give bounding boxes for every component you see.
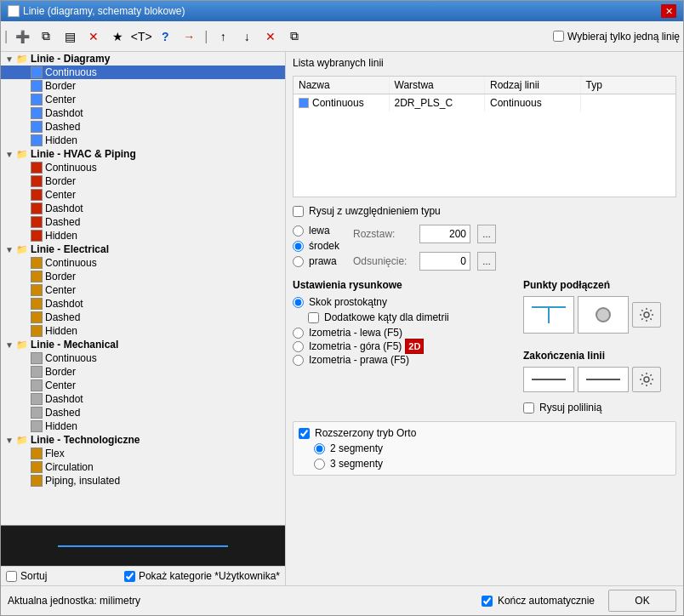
expand-icon-diagramy[interactable]: ▼	[3, 54, 16, 64]
rozstaw-btn[interactable]: …	[477, 225, 496, 243]
tree-item-hidden-d[interactable]: Hidden	[1, 134, 285, 147]
group-technologiczne[interactable]: ▼ 📁 Linie - Technologiczne	[1, 433, 285, 447]
item-label-dashed-d: Dashed	[45, 121, 80, 133]
tree-item-continuous-diagramy[interactable]: Continuous	[1, 66, 285, 79]
group-mechanical[interactable]: ▼ 📁 Linie - Mechanical	[1, 338, 285, 351]
single-line-checkbox-label[interactable]: Wybieraj tylko jedną linię	[553, 31, 680, 43]
tree-item-center-h[interactable]: Center	[1, 188, 285, 202]
tree-item-border-h[interactable]: Border	[1, 174, 285, 188]
tree-item-border-m[interactable]: Border	[1, 365, 285, 379]
radio-skok[interactable]: Skok prostokątny	[293, 296, 515, 308]
expand-icon-electrical[interactable]: ▼	[3, 245, 16, 254]
polilinia-row[interactable]: Rysuj polilinią	[523, 402, 676, 414]
radio-izom-gora-input[interactable]	[293, 341, 304, 352]
list-row[interactable]: Continuous 2DR_PLS_C Continuous	[294, 94, 675, 111]
ortho-checkbox[interactable]	[299, 428, 310, 439]
tree-item-dashdot-m[interactable]: Dashdot	[1, 392, 285, 406]
dodatkowe-checkbox[interactable]	[308, 312, 319, 323]
tree-item-center-m[interactable]: Center	[1, 379, 285, 392]
konczy-row[interactable]: Kończ automatycznie	[482, 595, 595, 607]
sort-checkbox[interactable]	[6, 571, 17, 582]
tree-item-dashdot-d[interactable]: Dashdot	[1, 106, 285, 120]
tree-item-dashdot-h[interactable]: Dashdot	[1, 202, 285, 215]
alignment-group: lewa środek prawa	[293, 225, 339, 267]
radio-2seg-input[interactable]	[314, 443, 325, 454]
odsun-input[interactable]	[419, 252, 470, 271]
conn-settings-btn[interactable]	[632, 302, 661, 328]
up-button[interactable]: ↑	[212, 26, 234, 48]
tree-item-center-e[interactable]: Center	[1, 283, 285, 297]
text-button[interactable]: <T>	[130, 26, 152, 48]
radio-lewa[interactable]: lewa	[293, 225, 339, 237]
tree-item-continuous-m[interactable]: Continuous	[1, 351, 285, 365]
star-button[interactable]: ★	[106, 26, 128, 48]
down-button[interactable]: ↓	[236, 26, 258, 48]
radio-prawa-input[interactable]	[293, 256, 304, 267]
radio-lewa-input[interactable]	[293, 225, 304, 237]
close-button[interactable]: ✕	[661, 4, 676, 18]
tree-item-continuous-h[interactable]: Continuous	[1, 161, 285, 174]
list-button[interactable]: ▤	[59, 26, 81, 48]
tree-item-flex[interactable]: Flex	[1, 447, 285, 460]
radio-prawa[interactable]: prawa	[293, 255, 339, 267]
single-line-checkbox[interactable]	[553, 31, 564, 42]
delete-button[interactable]: ✕	[83, 26, 105, 48]
tree-item-border-e[interactable]: Border	[1, 270, 285, 283]
ok-button[interactable]: OK	[608, 590, 676, 612]
radio-skok-input[interactable]	[293, 297, 304, 308]
tree-item-dashed-d[interactable]: Dashed	[1, 120, 285, 134]
tree-item-center-d[interactable]: Center	[1, 93, 285, 106]
help-button[interactable]: ?	[154, 26, 176, 48]
radio-izom-gora[interactable]: Izometria - góra (F5)	[293, 340, 402, 352]
add-button[interactable]: ➕	[11, 26, 33, 48]
radio-3seg[interactable]: 3 segmenty	[314, 458, 670, 470]
tree-item-piping[interactable]: Piping, insulated	[1, 474, 285, 488]
tree-item-circulation[interactable]: Circulation	[1, 460, 285, 474]
radio-izom-lewa[interactable]: Izometria - lewa (F5)	[293, 327, 402, 339]
radio-2seg[interactable]: 2 segmenty	[314, 442, 670, 454]
connection-icons-row	[523, 296, 676, 334]
tree-item-hidden-e[interactable]: Hidden	[1, 324, 285, 338]
pokaz-label[interactable]: Pokaż kategorie *Użytkownika*	[124, 570, 280, 582]
radio-izom-prawa[interactable]: Izometria - prawa (F5)	[293, 354, 409, 366]
dodatkowe-row[interactable]: Dodatkowe kąty dla dimetrii	[293, 311, 515, 323]
expand-icon-technologiczne[interactable]: ▼	[3, 436, 16, 445]
tree-item-border-d[interactable]: Border	[1, 79, 285, 93]
copy2-button[interactable]: ⧉	[283, 26, 305, 48]
rysuj-row[interactable]: Rysuj z uwzględnieniem typu	[293, 205, 676, 217]
endings-settings-btn[interactable]	[632, 367, 661, 392]
tree-item-dashdot-e[interactable]: Dashdot	[1, 297, 285, 311]
tree-item-hidden-h[interactable]: Hidden	[1, 229, 285, 242]
col-nazwa-label: Nazwa	[299, 79, 330, 91]
pokaz-checkbox[interactable]	[124, 571, 135, 582]
sort-label[interactable]: Sortuj	[6, 570, 47, 582]
group-hvac[interactable]: ▼ 📁 Linie - HVAC & Piping	[1, 147, 285, 161]
tree-view[interactable]: ▼ 📁 Linie - Diagramy Continuous Border	[1, 52, 285, 525]
radio-srodek-input[interactable]	[293, 241, 304, 252]
copy-button[interactable]: ⧉	[35, 26, 57, 48]
item-label-hidden-e: Hidden	[45, 325, 77, 337]
odsun-btn[interactable]: …	[477, 252, 496, 271]
tree-item-dashed-m[interactable]: Dashed	[1, 406, 285, 419]
expand-icon-hvac[interactable]: ▼	[3, 150, 16, 159]
tree-item-continuous-e[interactable]: Continuous	[1, 256, 285, 270]
tree-item-dashed-h[interactable]: Dashed	[1, 215, 285, 229]
rozstaw-input[interactable]	[419, 225, 470, 243]
tree-item-dashed-e[interactable]: Dashed	[1, 311, 285, 324]
radio-izom-prawa-input[interactable]	[293, 355, 304, 366]
arrow-button[interactable]: →	[178, 26, 200, 48]
radio-izom-lewa-input[interactable]	[293, 328, 304, 339]
tree-item-hidden-m[interactable]: Hidden	[1, 419, 285, 433]
polilinia-checkbox[interactable]	[523, 402, 534, 414]
line-endings: Zakończenia linii	[523, 344, 676, 392]
rysuj-checkbox[interactable]	[293, 206, 304, 217]
remove-button[interactable]: ✕	[259, 26, 282, 48]
konczy-checkbox[interactable]	[482, 596, 493, 607]
expand-icon-mechanical[interactable]: ▼	[3, 340, 16, 350]
circle-icon	[596, 307, 611, 322]
group-diagramy[interactable]: ▼ 📁 Linie - Diagramy	[1, 52, 285, 66]
item-label-piping: Piping, insulated	[45, 475, 120, 487]
radio-3seg-input[interactable]	[314, 459, 325, 470]
radio-srodek[interactable]: środek	[293, 240, 339, 252]
group-electrical[interactable]: ▼ 📁 Linie - Electrical	[1, 242, 285, 256]
